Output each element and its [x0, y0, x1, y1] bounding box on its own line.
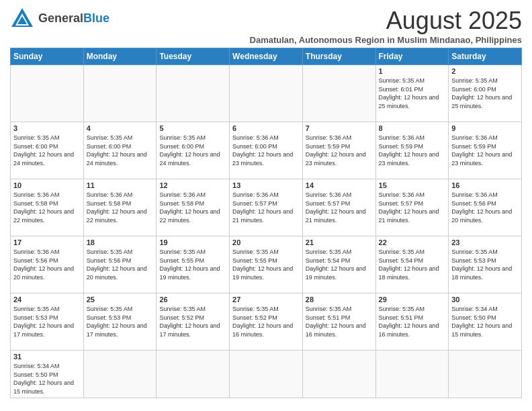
day-number: 5	[159, 124, 226, 132]
calendar-day	[230, 65, 303, 122]
logo-general-text: General	[38, 11, 83, 25]
calendar-day: 9Sunrise: 5:36 AM Sunset: 5:59 PM Daylig…	[449, 122, 522, 179]
day-number: 3	[13, 124, 81, 132]
weekday-header-friday: Friday	[375, 48, 449, 65]
day-info: Sunrise: 5:35 AM Sunset: 5:53 PM Dayligh…	[87, 305, 154, 338]
calendar-day: 12Sunrise: 5:36 AM Sunset: 5:58 PM Dayli…	[157, 179, 230, 236]
calendar-day: 25Sunrise: 5:35 AM Sunset: 5:53 PM Dayli…	[83, 293, 157, 351]
day-info: Sunrise: 5:34 AM Sunset: 5:50 PM Dayligh…	[451, 305, 519, 338]
day-info: Sunrise: 5:35 AM Sunset: 5:54 PM Dayligh…	[379, 248, 446, 281]
day-info: Sunrise: 5:35 AM Sunset: 5:54 PM Dayligh…	[306, 248, 373, 281]
calendar-day: 6Sunrise: 5:36 AM Sunset: 6:00 PM Daylig…	[230, 122, 303, 179]
day-info: Sunrise: 5:36 AM Sunset: 5:59 PM Dayligh…	[306, 134, 373, 167]
day-info: Sunrise: 5:35 AM Sunset: 5:55 PM Dayligh…	[159, 248, 226, 281]
day-info: Sunrise: 5:35 AM Sunset: 5:52 PM Dayligh…	[232, 305, 300, 338]
logo-wordmark: GeneralBlue	[38, 12, 109, 26]
calendar-day: 31Sunrise: 5:34 AM Sunset: 5:50 PM Dayli…	[11, 351, 84, 398]
day-number: 22	[379, 238, 446, 246]
day-info: Sunrise: 5:35 AM Sunset: 5:53 PM Dayligh…	[451, 248, 519, 281]
calendar-day: 30Sunrise: 5:34 AM Sunset: 5:50 PM Dayli…	[449, 293, 522, 351]
day-number: 13	[232, 181, 300, 189]
day-info: Sunrise: 5:35 AM Sunset: 6:00 PM Dayligh…	[159, 134, 226, 167]
calendar-day: 10Sunrise: 5:36 AM Sunset: 5:58 PM Dayli…	[11, 179, 84, 236]
calendar-day	[375, 351, 449, 398]
day-number: 1	[379, 67, 446, 75]
day-info: Sunrise: 5:36 AM Sunset: 5:56 PM Dayligh…	[451, 191, 519, 224]
calendar-day: 26Sunrise: 5:35 AM Sunset: 5:52 PM Dayli…	[157, 293, 230, 351]
calendar-day: 16Sunrise: 5:36 AM Sunset: 5:56 PM Dayli…	[449, 179, 522, 236]
day-number: 27	[232, 295, 300, 304]
calendar-week-row: 17Sunrise: 5:36 AM Sunset: 5:56 PM Dayli…	[11, 236, 522, 293]
calendar-day: 14Sunrise: 5:36 AM Sunset: 5:57 PM Dayli…	[302, 179, 375, 236]
calendar-day: 13Sunrise: 5:36 AM Sunset: 5:57 PM Dayli…	[230, 179, 303, 236]
day-info: Sunrise: 5:34 AM Sunset: 5:50 PM Dayligh…	[13, 362, 81, 396]
calendar-day: 8Sunrise: 5:36 AM Sunset: 5:59 PM Daylig…	[375, 122, 449, 179]
calendar-day: 28Sunrise: 5:35 AM Sunset: 5:51 PM Dayli…	[302, 293, 375, 351]
logo: GeneralBlue	[10, 7, 109, 31]
calendar-day	[302, 351, 375, 398]
day-info: Sunrise: 5:36 AM Sunset: 5:58 PM Dayligh…	[159, 191, 226, 224]
day-number: 29	[379, 295, 446, 304]
day-info: Sunrise: 5:35 AM Sunset: 6:00 PM Dayligh…	[451, 77, 519, 110]
weekday-header-row: SundayMondayTuesdayWednesdayThursdayFrid…	[11, 48, 522, 65]
day-number: 16	[451, 181, 519, 189]
day-number: 8	[379, 124, 446, 132]
calendar-day: 24Sunrise: 5:35 AM Sunset: 5:53 PM Dayli…	[11, 293, 84, 351]
calendar-day: 23Sunrise: 5:35 AM Sunset: 5:53 PM Dayli…	[449, 236, 522, 293]
calendar-day: 21Sunrise: 5:35 AM Sunset: 5:54 PM Dayli…	[302, 236, 375, 293]
calendar-week-row: 31Sunrise: 5:34 AM Sunset: 5:50 PM Dayli…	[11, 351, 522, 398]
day-info: Sunrise: 5:35 AM Sunset: 5:51 PM Dayligh…	[306, 305, 373, 338]
calendar-week-row: 10Sunrise: 5:36 AM Sunset: 5:58 PM Dayli…	[11, 179, 522, 236]
calendar-day: 5Sunrise: 5:35 AM Sunset: 6:00 PM Daylig…	[157, 122, 230, 179]
calendar-day: 19Sunrise: 5:35 AM Sunset: 5:55 PM Dayli…	[157, 236, 230, 293]
day-info: Sunrise: 5:35 AM Sunset: 5:51 PM Dayligh…	[379, 305, 446, 338]
day-info: Sunrise: 5:36 AM Sunset: 5:59 PM Dayligh…	[379, 134, 446, 167]
calendar-day: 20Sunrise: 5:35 AM Sunset: 5:55 PM Dayli…	[230, 236, 303, 293]
day-number: 4	[87, 124, 154, 132]
calendar-day: 1Sunrise: 5:35 AM Sunset: 6:01 PM Daylig…	[375, 65, 449, 122]
day-info: Sunrise: 5:36 AM Sunset: 5:58 PM Dayligh…	[13, 191, 81, 224]
calendar-day	[157, 351, 230, 398]
weekday-header-thursday: Thursday	[302, 48, 375, 65]
day-number: 24	[13, 295, 81, 304]
calendar-day: 27Sunrise: 5:35 AM Sunset: 5:52 PM Dayli…	[230, 293, 303, 351]
subtitle: Damatulan, Autonomous Region in Muslim M…	[250, 35, 522, 45]
calendar-table: SundayMondayTuesdayWednesdayThursdayFrid…	[10, 48, 522, 398]
calendar-day: 18Sunrise: 5:35 AM Sunset: 5:56 PM Dayli…	[83, 236, 157, 293]
calendar-day: 17Sunrise: 5:36 AM Sunset: 5:56 PM Dayli…	[11, 236, 84, 293]
calendar-day	[157, 65, 230, 122]
calendar-day: 3Sunrise: 5:35 AM Sunset: 6:00 PM Daylig…	[11, 122, 84, 179]
day-info: Sunrise: 5:36 AM Sunset: 5:58 PM Dayligh…	[87, 191, 154, 224]
weekday-header-wednesday: Wednesday	[230, 48, 303, 65]
day-info: Sunrise: 5:36 AM Sunset: 5:59 PM Dayligh…	[451, 134, 519, 167]
day-info: Sunrise: 5:35 AM Sunset: 6:00 PM Dayligh…	[13, 134, 81, 167]
calendar-day	[302, 65, 375, 122]
day-info: Sunrise: 5:36 AM Sunset: 5:57 PM Dayligh…	[306, 191, 373, 224]
day-info: Sunrise: 5:36 AM Sunset: 6:00 PM Dayligh…	[232, 134, 300, 167]
day-number: 2	[451, 67, 519, 75]
day-info: Sunrise: 5:36 AM Sunset: 5:57 PM Dayligh…	[379, 191, 446, 224]
calendar-day: 7Sunrise: 5:36 AM Sunset: 5:59 PM Daylig…	[302, 122, 375, 179]
month-title: August 2025	[250, 7, 522, 35]
logo-blue-text: Blue	[83, 11, 109, 25]
day-info: Sunrise: 5:36 AM Sunset: 5:57 PM Dayligh…	[232, 191, 300, 224]
day-number: 14	[306, 181, 373, 189]
calendar-day: 22Sunrise: 5:35 AM Sunset: 5:54 PM Dayli…	[375, 236, 449, 293]
calendar-day	[83, 351, 157, 398]
calendar-week-row: 3Sunrise: 5:35 AM Sunset: 6:00 PM Daylig…	[11, 122, 522, 179]
day-number: 30	[451, 295, 519, 304]
day-number: 23	[451, 238, 519, 246]
day-number: 7	[306, 124, 373, 132]
calendar-week-row: 1Sunrise: 5:35 AM Sunset: 6:01 PM Daylig…	[11, 65, 522, 122]
day-number: 25	[87, 295, 154, 304]
calendar-day: 15Sunrise: 5:36 AM Sunset: 5:57 PM Dayli…	[375, 179, 449, 236]
title-area: August 2025 Damatulan, Autonomous Region…	[250, 7, 522, 45]
calendar-day: 11Sunrise: 5:36 AM Sunset: 5:58 PM Dayli…	[83, 179, 157, 236]
calendar-week-row: 24Sunrise: 5:35 AM Sunset: 5:53 PM Dayli…	[11, 293, 522, 351]
day-number: 20	[232, 238, 300, 246]
day-number: 18	[87, 238, 154, 246]
day-number: 28	[306, 295, 373, 304]
day-number: 12	[159, 181, 226, 189]
day-number: 6	[232, 124, 300, 132]
day-info: Sunrise: 5:35 AM Sunset: 6:01 PM Dayligh…	[379, 77, 446, 110]
